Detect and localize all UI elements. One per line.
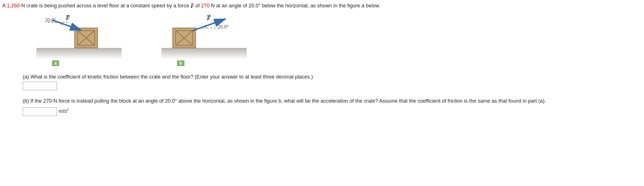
crate-icon bbox=[173, 28, 196, 48]
force-label-a: F bbox=[66, 15, 70, 21]
svg-rect-2 bbox=[36, 48, 122, 59]
svg-text:F: F bbox=[190, 4, 194, 9]
figure-a-tag: a bbox=[52, 60, 59, 66]
figure-b-svg: 20.0° F bbox=[161, 14, 247, 59]
force-magnitude: 270 bbox=[201, 3, 209, 9]
text-mid1: -N crate is being pushed across a level … bbox=[20, 3, 190, 9]
part-a-question: (a) What is the coefficient of kinetic f… bbox=[23, 74, 620, 80]
svg-text:F: F bbox=[66, 15, 70, 21]
crate-icon bbox=[75, 28, 97, 48]
force-label-b: F bbox=[207, 15, 211, 21]
angle-label-a: 20.0° bbox=[45, 17, 56, 23]
part-b: (b) If the 270-N force is instead pullin… bbox=[23, 98, 620, 116]
figure-b-tag: b bbox=[177, 60, 184, 66]
part-a-answer-input[interactable] bbox=[23, 82, 57, 90]
text-mid2: of bbox=[194, 3, 201, 9]
text-mid3: N at an angle of 20.0° below the horizon… bbox=[209, 3, 380, 9]
svg-rect-9 bbox=[161, 48, 247, 59]
svg-text:F: F bbox=[207, 15, 211, 21]
part-b-unit: m/s2 bbox=[59, 108, 69, 114]
text-pre: A bbox=[2, 3, 7, 9]
part-b-question: (b) If the 270-N force is instead pullin… bbox=[23, 98, 620, 104]
part-a: (a) What is the coefficient of kinetic f… bbox=[23, 74, 620, 90]
force-vector-symbol: F bbox=[190, 3, 194, 9]
angle-label-b: 20.0° bbox=[218, 24, 229, 30]
part-b-answer-input[interactable] bbox=[23, 107, 57, 116]
figure-a-svg: 20.0° F bbox=[36, 14, 122, 59]
force-arrow-icon bbox=[52, 20, 81, 30]
figure-a: 20.0° F a bbox=[36, 14, 122, 66]
crate-weight: 1,260 bbox=[7, 3, 20, 9]
figure-b: 20.0° F b bbox=[161, 14, 247, 66]
problem-statement: A 1,260-N crate is being pushed across a… bbox=[2, 3, 642, 9]
figures-row: 20.0° F a bbox=[36, 14, 642, 66]
